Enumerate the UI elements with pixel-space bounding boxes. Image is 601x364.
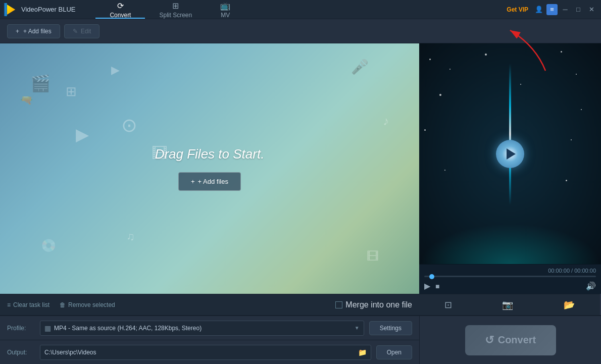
content-area: 🎬 ⊞ ▶ 🔫 🎤 ♪ 💿 🎞 ▶ ⊙ 🎞 ♫ Drag Files to St… bbox=[0, 43, 601, 315]
merge-group: Merge into one file bbox=[335, 300, 412, 309]
tab-convert[interactable]: ⟳ Convert bbox=[95, 0, 145, 19]
user-icon[interactable]: 👤 bbox=[533, 4, 544, 15]
star8 bbox=[581, 109, 582, 110]
bottom-bars: Profile: ▦ MP4 - Same as source (H.264; … bbox=[0, 315, 601, 364]
bg-music-icon: ♪ bbox=[383, 114, 389, 128]
edit-icon: ✎ bbox=[73, 28, 78, 35]
bg-mic-icon: 🎤 bbox=[351, 59, 369, 75]
player-controls: 00:00:00 / 00:00:00 ▶ ■ 🔊 bbox=[419, 264, 601, 294]
right-section: 00:00:00 / 00:00:00 ▶ ■ 🔊 ⊡ 📷 📂 bbox=[419, 43, 601, 315]
drop-panel[interactable]: 🎬 ⊞ ▶ 🔫 🎤 ♪ 💿 🎞 ▶ ⊙ 🎞 ♫ Drag Files to St… bbox=[0, 43, 419, 294]
bg-play2-icon: ▶ bbox=[76, 124, 89, 144]
get-vip-button[interactable]: Get VIP bbox=[507, 6, 528, 13]
video-preview bbox=[419, 43, 601, 264]
app-wrapper: VideoPower BLUE ⟳ Convert ⊞ Split Screen… bbox=[0, 0, 601, 364]
star2 bbox=[449, 69, 450, 70]
star1 bbox=[429, 59, 431, 60]
drop-background-icons: 🎬 ⊞ ▶ 🔫 🎤 ♪ 💿 🎞 ▶ ⊙ 🎞 ♫ bbox=[0, 43, 419, 294]
bg-play-icon: ▶ bbox=[111, 64, 120, 77]
menu-button[interactable]: ≡ bbox=[546, 4, 558, 15]
edit-label: Edit bbox=[81, 28, 91, 35]
star4 bbox=[520, 84, 521, 85]
volume-button[interactable]: 🔊 bbox=[586, 281, 596, 291]
clear-icon: ≡ bbox=[7, 301, 11, 308]
tab-convert-label: Convert bbox=[110, 12, 131, 19]
svg-rect-3 bbox=[5, 3, 7, 16]
convert-icon: ↺ bbox=[485, 334, 494, 347]
crop-button[interactable]: ⊡ bbox=[444, 299, 452, 310]
light-beam bbox=[509, 64, 511, 205]
profile-bar: Profile: ▦ MP4 - Same as source (H.264; … bbox=[0, 316, 419, 340]
bottom-left: Profile: ▦ MP4 - Same as source (H.264; … bbox=[0, 316, 419, 364]
edit-button[interactable]: ✎ Edit bbox=[64, 24, 100, 38]
splitscreen-tab-icon: ⊞ bbox=[172, 1, 179, 11]
bg-note-icon: ♫ bbox=[126, 230, 135, 243]
star3 bbox=[485, 54, 487, 56]
profile-dropdown-arrow: ▼ bbox=[355, 325, 360, 331]
window-controls: Get VIP 👤 ≡ ─ □ ✕ bbox=[507, 4, 597, 15]
merge-label: Merge into one file bbox=[345, 300, 412, 309]
remove-selected-button[interactable]: 🗑 Remove selected bbox=[60, 301, 115, 308]
convert-button[interactable]: ↺ Convert bbox=[465, 325, 556, 355]
clear-label: Clear task list bbox=[13, 301, 49, 308]
star6 bbox=[576, 74, 577, 75]
add-center-label: + Add files bbox=[198, 178, 228, 185]
progress-dot[interactable] bbox=[429, 274, 434, 279]
star7 bbox=[439, 94, 441, 96]
star11 bbox=[444, 170, 445, 171]
tab-mv[interactable]: 📺 MV bbox=[206, 0, 244, 19]
add-files-button[interactable]: + + Add files bbox=[7, 24, 60, 38]
app-title: VideoPower BLUE bbox=[21, 6, 75, 13]
close-button[interactable]: ✕ bbox=[586, 4, 597, 15]
progress-bar[interactable] bbox=[424, 276, 596, 277]
play-button[interactable] bbox=[496, 140, 524, 168]
logo-area: VideoPower BLUE bbox=[4, 3, 75, 16]
star10 bbox=[571, 139, 572, 140]
bottom-right: ↺ Convert bbox=[419, 316, 601, 364]
tabs: ⟳ Convert ⊞ Split Screen 📺 MV bbox=[95, 0, 507, 19]
maximize-button[interactable]: □ bbox=[573, 4, 584, 15]
convert-label: Convert bbox=[498, 334, 536, 346]
bg-grid-icon: ⊞ bbox=[66, 84, 77, 99]
tab-splitscreen-label: Split Screen bbox=[159, 12, 192, 19]
profile-icon: ▦ bbox=[44, 324, 51, 332]
bg-film2-icon: 🎞 bbox=[367, 249, 379, 264]
time-display: 00:00:00 / 00:00:00 bbox=[424, 268, 596, 274]
merge-checkbox[interactable] bbox=[335, 301, 342, 308]
settings-button[interactable]: Settings bbox=[369, 321, 412, 335]
output-folder-icon: 📁 bbox=[358, 348, 367, 356]
open-button[interactable]: Open bbox=[376, 345, 412, 359]
bottom-glow bbox=[419, 224, 601, 264]
add-icon: + bbox=[16, 28, 19, 35]
play-pause-button[interactable]: ▶ bbox=[424, 281, 430, 291]
bg-cd2-icon: ⊙ bbox=[121, 114, 137, 136]
stop-button[interactable]: ■ bbox=[435, 282, 439, 290]
profile-label: Profile: bbox=[7, 325, 35, 332]
star9 bbox=[424, 129, 426, 131]
star12 bbox=[566, 180, 567, 181]
toolbar: + + Add files ✎ Edit bbox=[0, 19, 601, 43]
remove-icon: 🗑 bbox=[60, 301, 66, 308]
app-logo-icon bbox=[4, 3, 17, 16]
add-center-icon: + bbox=[191, 178, 195, 185]
drag-files-text: Drag Files to Start. bbox=[155, 146, 265, 162]
taskbar: ≡ Clear task list 🗑 Remove selected Merg… bbox=[0, 294, 419, 315]
svg-marker-1 bbox=[6, 4, 15, 15]
left-section: 🎬 ⊞ ▶ 🔫 🎤 ♪ 💿 🎞 ▶ ⊙ 🎞 ♫ Drag Files to St… bbox=[0, 43, 419, 315]
profile-input[interactable]: ▦ MP4 - Same as source (H.264; AAC, 128K… bbox=[40, 321, 364, 336]
mv-tab-icon: 📺 bbox=[220, 1, 230, 11]
output-input[interactable]: C:\Users\pc\Videos 📁 bbox=[40, 345, 371, 360]
bg-cd-icon: 💿 bbox=[40, 238, 57, 253]
tab-splitscreen[interactable]: ⊞ Split Screen bbox=[145, 0, 206, 19]
preview-actions: ⊡ 📷 📂 bbox=[419, 294, 600, 315]
minimize-button[interactable]: ─ bbox=[560, 4, 571, 15]
screenshot-button[interactable]: 📷 bbox=[502, 299, 513, 310]
add-files-center-button[interactable]: + + Add files bbox=[178, 172, 241, 191]
convert-tab-icon: ⟳ bbox=[117, 1, 124, 11]
add-files-label: + Add files bbox=[22, 28, 52, 35]
bg-gun-icon: 🔫 bbox=[20, 94, 33, 106]
output-value: C:\Users\pc\Videos bbox=[44, 349, 355, 356]
folder-button[interactable]: 📂 bbox=[564, 299, 575, 310]
output-bar: Output: C:\Users\pc\Videos 📁 Open bbox=[0, 340, 419, 364]
clear-task-list-button[interactable]: ≡ Clear task list bbox=[7, 301, 49, 308]
